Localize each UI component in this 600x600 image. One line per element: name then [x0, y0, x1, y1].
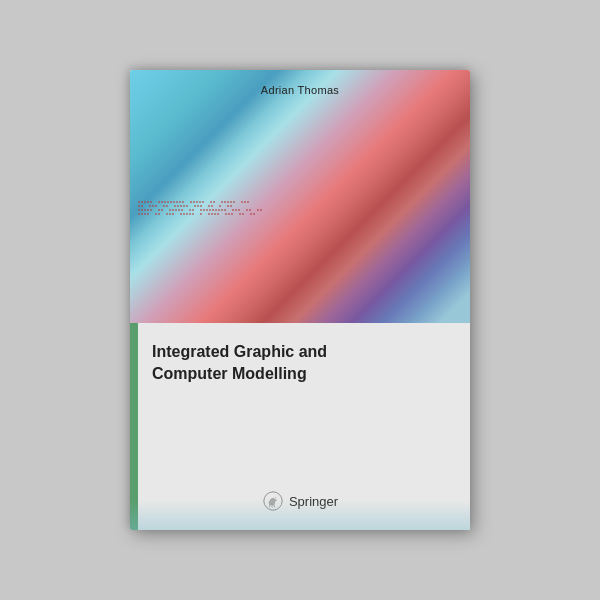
bottom-teal-accent [130, 500, 470, 530]
cover-top-section: Adrian Thomas [130, 70, 470, 323]
book-title: Integrated Graphic and Computer Modellin… [130, 323, 345, 384]
cover-bottom-section: Integrated Graphic and Computer Modellin… [130, 323, 470, 530]
green-accent-strip [130, 323, 138, 530]
book-cover: Adrian Thomas [130, 70, 470, 530]
dot-matrix-pattern [130, 197, 470, 311]
author-name: Adrian Thomas [130, 84, 470, 96]
